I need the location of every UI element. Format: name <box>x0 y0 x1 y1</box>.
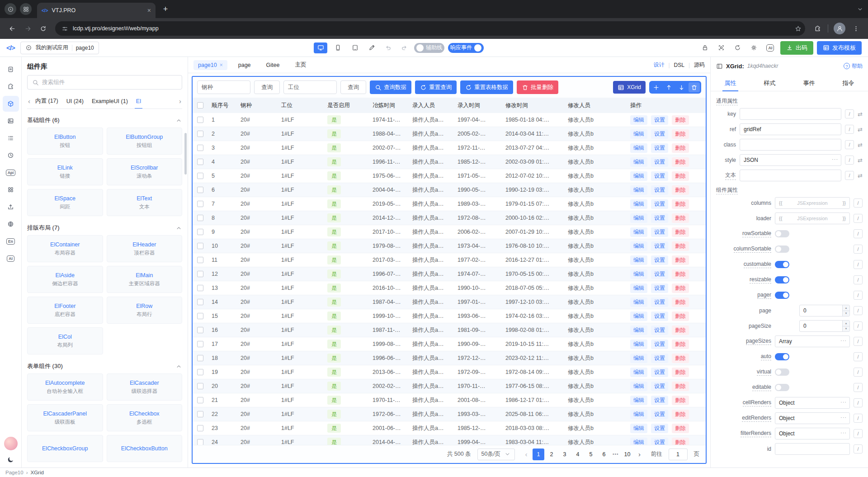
action-edit[interactable]: 编辑 <box>630 424 647 433</box>
bind-swap-icon[interactable]: ⇄ <box>858 157 863 164</box>
mode-source[interactable]: 源码 <box>694 61 705 69</box>
action-delete[interactable]: 删除 <box>672 115 689 125</box>
globe-icon[interactable] <box>3 216 19 232</box>
prop-expression-columns[interactable]: {{JSExpression}} <box>775 197 850 209</box>
action-delete[interactable]: 删除 <box>672 171 689 181</box>
action-delete[interactable]: 删除 <box>672 129 689 139</box>
expression-toggle-icon[interactable]: / <box>854 275 863 284</box>
row-checkbox[interactable] <box>197 411 203 417</box>
prop-toggle-auto[interactable] <box>775 353 789 360</box>
station-filter-input[interactable] <box>283 80 337 94</box>
action-edit[interactable]: 编辑 <box>630 129 647 139</box>
action-edit[interactable]: 编辑 <box>630 227 647 237</box>
action-edit[interactable]: 编辑 <box>630 298 647 307</box>
action-settings[interactable]: 设置 <box>651 424 668 433</box>
action-delete[interactable]: 删除 <box>672 157 689 167</box>
desktop-view-button[interactable] <box>314 43 327 53</box>
palette-card[interactable]: ElSpace间距 <box>27 189 103 216</box>
action-edit[interactable]: 编辑 <box>630 368 647 377</box>
row-checkbox[interactable] <box>197 159 203 165</box>
bookmark-star-icon[interactable] <box>795 25 802 32</box>
row-checkbox[interactable] <box>197 145 203 151</box>
edit-pen-icon[interactable] <box>365 42 378 54</box>
reload-icon[interactable] <box>36 22 50 35</box>
prop-input-key[interactable] <box>740 108 841 120</box>
row-checkbox[interactable] <box>197 229 203 235</box>
widget-tag[interactable]: XGrid <box>613 81 646 94</box>
open-editor-icon[interactable]: ··· <box>840 415 847 420</box>
window-control-icon[interactable] <box>20 3 32 15</box>
history-icon[interactable] <box>3 147 19 163</box>
action-edit[interactable]: 编辑 <box>630 213 647 223</box>
bind-swap-icon[interactable]: ⇄ <box>858 111 863 118</box>
palette-card[interactable]: ElScrollbar滚动条 <box>107 158 183 185</box>
page-tab[interactable]: 主页 <box>290 59 311 71</box>
new-tab-button[interactable]: + <box>159 3 172 15</box>
inspector-tab[interactable]: 样式 <box>750 75 789 91</box>
tabs-prev-icon[interactable]: ‹ <box>27 97 31 105</box>
prop-toggle-editable[interactable] <box>775 384 789 391</box>
action-settings[interactable]: 设置 <box>651 396 668 405</box>
library-tab[interactable]: 内置 (17) <box>31 94 62 109</box>
expression-toggle-icon[interactable]: / <box>854 245 863 254</box>
status-crumb-widget[interactable]: XGrid <box>31 470 44 475</box>
row-checkbox[interactable] <box>197 439 203 445</box>
fit-screen-icon[interactable] <box>715 42 728 54</box>
prop-toggle-virtual[interactable] <box>775 368 789 376</box>
site-settings-icon[interactable] <box>61 25 68 32</box>
action-delete[interactable]: 删除 <box>672 382 689 391</box>
settings-gear-icon[interactable] <box>748 42 760 54</box>
mode-dsl[interactable]: DSL <box>674 62 684 68</box>
close-tab-icon[interactable]: × <box>220 62 223 68</box>
action-delete[interactable]: 删除 <box>672 340 689 349</box>
expression-toggle-icon[interactable]: / <box>854 306 863 315</box>
tabs-next-icon[interactable]: › <box>178 97 182 105</box>
tablet-view-button[interactable] <box>348 43 362 53</box>
action-edit[interactable]: 编辑 <box>630 241 647 251</box>
breadcrumb[interactable]: 我的测试应用 page10 <box>20 42 99 54</box>
row-checkbox[interactable] <box>197 425 203 431</box>
action-settings[interactable]: 设置 <box>651 354 668 363</box>
action-edit[interactable]: 编辑 <box>630 283 647 293</box>
action-settings[interactable]: 设置 <box>651 298 668 307</box>
palette-section-header[interactable]: 排版布局 (7) <box>27 221 182 235</box>
prop-input-cellRenders[interactable] <box>775 397 850 409</box>
bind-swap-icon[interactable]: ⇄ <box>858 126 863 133</box>
goto-page-input[interactable] <box>669 449 688 460</box>
refresh-icon[interactable] <box>731 42 744 54</box>
row-checkbox[interactable] <box>197 369 203 375</box>
prop-input-style[interactable] <box>740 154 841 166</box>
redo-icon[interactable] <box>398 42 410 54</box>
api-icon[interactable]: Api <box>3 165 19 180</box>
panel-scrollbar[interactable] <box>184 133 187 175</box>
row-checkbox[interactable] <box>197 187 203 193</box>
page-tab[interactable]: Gitee <box>262 60 284 70</box>
action-settings[interactable]: 设置 <box>651 185 668 195</box>
action-settings[interactable]: 设置 <box>651 326 668 335</box>
page-tab[interactable]: page10× <box>193 60 227 70</box>
move-up-icon[interactable] <box>663 82 675 92</box>
cube-icon[interactable] <box>3 96 19 112</box>
action-delete[interactable]: 删除 <box>672 143 689 153</box>
query-data-button[interactable]: 查询数据 <box>370 80 411 94</box>
row-checkbox[interactable] <box>197 313 203 319</box>
inspector-tab[interactable]: 事件 <box>789 75 829 91</box>
page-number[interactable]: 10 <box>622 449 633 460</box>
prop-input-文本[interactable] <box>740 170 841 181</box>
row-checkbox[interactable] <box>197 397 203 403</box>
ai-icon[interactable]: AI <box>3 250 19 266</box>
palette-card[interactable]: ElCascaderPanel级联面板 <box>27 404 103 431</box>
ai-icon[interactable]: AI <box>764 42 777 54</box>
library-tab[interactable]: El <box>132 94 145 109</box>
palette-card[interactable]: ElHeader顶栏容器 <box>107 235 183 262</box>
palette-section-header[interactable]: 表单组件 (30) <box>27 359 182 373</box>
xgrid-widget[interactable]: 查询 查询 查询数据 重置查询 重置表格数据 <box>192 76 707 464</box>
action-settings[interactable]: 设置 <box>651 199 668 209</box>
action-edit[interactable]: 编辑 <box>630 157 647 167</box>
open-editor-icon[interactable]: ··· <box>840 430 847 435</box>
doc-icon[interactable] <box>3 61 19 77</box>
back-icon[interactable] <box>5 22 19 35</box>
action-settings[interactable]: 设置 <box>651 438 668 445</box>
action-settings[interactable]: 设置 <box>651 368 668 377</box>
expression-toggle-icon[interactable]: / <box>845 140 854 149</box>
